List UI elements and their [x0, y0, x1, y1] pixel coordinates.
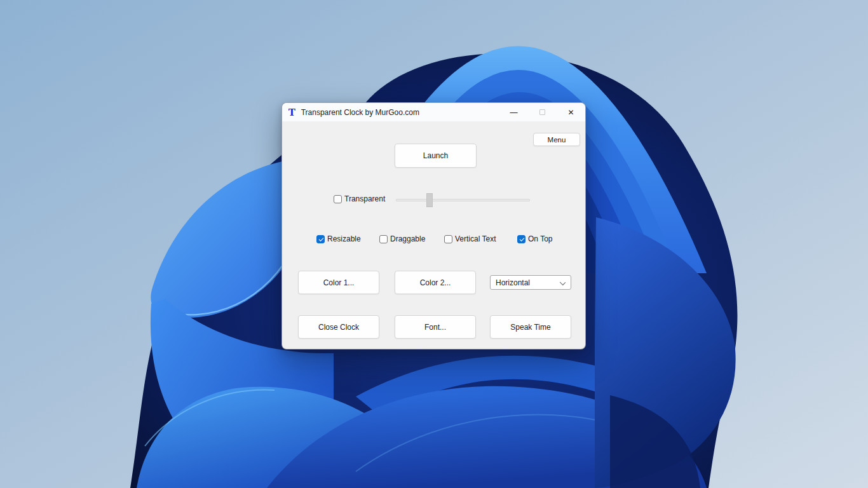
caption-buttons: — ✕	[499, 103, 585, 121]
menu-button[interactable]: Menu	[533, 133, 580, 146]
vertical-text-checkbox[interactable]: Vertical Text	[444, 234, 496, 243]
color1-button[interactable]: Color 1...	[298, 271, 379, 294]
slider-track[interactable]	[396, 199, 530, 201]
minimize-button[interactable]: —	[499, 103, 528, 121]
vertical-text-checkbox-label: Vertical Text	[455, 234, 496, 243]
minimize-icon: —	[510, 109, 518, 116]
resizable-checkbox[interactable]: Resizable	[316, 234, 361, 243]
maximize-button	[528, 103, 557, 121]
draggable-checkbox-box[interactable]	[379, 235, 388, 243]
slider-thumb[interactable]	[426, 193, 433, 207]
transparent-clock-window: T Transparent Clock by MurGoo.com — ✕ Me…	[281, 102, 586, 349]
launch-button[interactable]: Launch	[395, 144, 477, 168]
resizable-checkbox-box[interactable]	[316, 235, 325, 243]
font-button[interactable]: Font...	[395, 315, 476, 339]
resizable-checkbox-label: Resizable	[327, 234, 361, 243]
close-icon: ✕	[567, 108, 574, 117]
color2-button[interactable]: Color 2...	[395, 271, 476, 294]
transparent-checkbox-box[interactable]	[334, 195, 342, 203]
chevron-down-icon	[560, 280, 566, 285]
draggable-checkbox[interactable]: Draggable	[379, 234, 425, 243]
maximize-icon	[539, 109, 545, 115]
on-top-checkbox-label: On Top	[528, 234, 552, 243]
on-top-checkbox[interactable]: On Top	[517, 234, 552, 243]
window-title: Transparent Clock by MurGoo.com	[301, 108, 419, 117]
transparency-slider[interactable]	[396, 193, 530, 207]
orientation-select[interactable]: Horizontal	[490, 275, 571, 290]
transparent-checkbox[interactable]: Transparent	[334, 194, 385, 203]
transparent-checkbox-label: Transparent	[344, 194, 385, 203]
app-icon: T	[288, 107, 295, 118]
titlebar[interactable]: T Transparent Clock by MurGoo.com — ✕	[282, 103, 585, 121]
draggable-checkbox-label: Draggable	[390, 234, 425, 243]
on-top-checkbox-box[interactable]	[517, 235, 526, 243]
orientation-selected-value: Horizontal	[496, 278, 530, 287]
close-clock-button[interactable]: Close Clock	[298, 315, 379, 339]
speak-time-button[interactable]: Speak Time	[490, 315, 571, 339]
vertical-text-checkbox-box[interactable]	[444, 235, 452, 243]
close-button[interactable]: ✕	[557, 103, 585, 121]
